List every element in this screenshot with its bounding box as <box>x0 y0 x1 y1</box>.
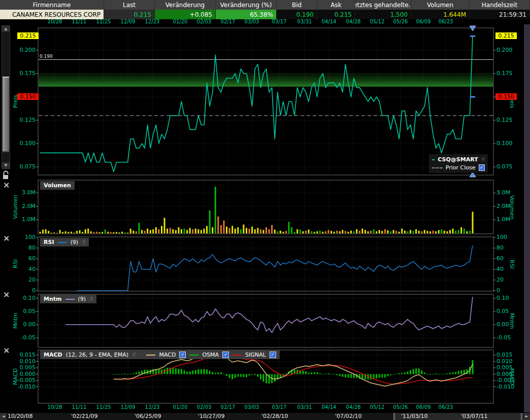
trade-tick-marker <box>470 36 475 37</box>
volume-y-tick-label: 1.0M <box>0 216 36 223</box>
accumulation-band <box>39 73 493 87</box>
scrollbar-date-label: '11/03/10 <box>401 413 427 419</box>
volume-y-tick-label: 2.0M <box>0 203 36 209</box>
price-y-tick-label: 0.175 <box>496 70 528 77</box>
osma-histogram <box>113 360 473 383</box>
top-date-axis: 10/2811/1111/2512/0912/2301/2002/0302/17… <box>0 19 530 25</box>
osma-visibility-checkbox[interactable]: ✓ <box>222 352 229 358</box>
x-axis-date-label: 03/03 <box>245 404 259 410</box>
scroll-up-button[interactable]: ▲ <box>2 26 10 32</box>
macd-visibility-checkbox[interactable]: ✓ <box>179 352 186 358</box>
price-y-tick-label: 0.200 <box>496 47 528 53</box>
hand-cursor-icon[interactable]: ☝ <box>481 156 485 163</box>
rsi-panel-title-label: RSI <box>44 239 54 246</box>
vertical-scrollbar[interactable]: ▲ ▼ <box>2 25 10 169</box>
x-axis-date-label: 02/03 <box>197 404 212 410</box>
x-axis-date-label: 03/03 <box>245 19 259 24</box>
volume-y-tick-label: 2.0M <box>496 203 528 209</box>
x-axis-date-label: 12/09 <box>121 404 136 410</box>
x-axis-date-label: 12/09 <box>121 19 136 24</box>
mntm-panel-border <box>38 294 493 347</box>
scrollbar-date-label: '10/27/09 <box>198 413 224 419</box>
x-axis-date-label: 05/26 <box>393 19 408 24</box>
x-axis-date-label: 01/20 <box>173 19 188 24</box>
volume-y-tick-label: 1.0M <box>496 216 528 223</box>
hand-cursor-icon[interactable]: ☝ <box>82 239 85 246</box>
trade-tick-marker <box>470 96 475 98</box>
x-axis-date-label: 02/17 <box>221 19 236 24</box>
mntm-y-tick-label: -0.05 <box>0 334 36 341</box>
prior-close-visibility-checkbox[interactable]: ✓ <box>479 164 485 171</box>
x-axis-date-label: 12/23 <box>145 404 160 410</box>
x-axis-date-label: 03/31 <box>297 404 312 410</box>
x-axis-date-label: 11/25 <box>96 19 111 24</box>
mntm-y-tick-label: -0.05 <box>496 334 528 341</box>
x-axis-date-label: 03/17 <box>272 19 287 24</box>
scrollbar-date-label: '06/25/09 <box>135 413 161 419</box>
mntm-y-tick-label: 0.05 <box>0 308 36 314</box>
rsi-y-tick-label: 60 <box>496 255 528 262</box>
signal-legend-label: SIGNAL <box>245 352 266 358</box>
volume-y-tick-label: 3.0M <box>0 189 36 196</box>
macd-params-label: (12, 26, 9 - EMA, EMA) <box>66 352 128 358</box>
volume-panel-border <box>38 180 493 234</box>
x-axis-date-label: 01/20 <box>173 404 188 410</box>
signal-visibility-checkbox[interactable]: ✓ <box>270 352 276 358</box>
x-axis-date-label: 04/14 <box>322 404 337 410</box>
x-axis-date-label: 02/17 <box>221 404 236 410</box>
symbol-label: CSQ@SMART <box>438 156 478 163</box>
macd-y-tick-label: 0.005 <box>496 364 528 371</box>
x-axis-date-label: 02/03 <box>197 19 212 24</box>
macd-line-sample <box>146 355 155 356</box>
macd-panel-title-label: MACD <box>44 352 62 358</box>
macd-y-tick-label: -0.010 <box>496 383 528 390</box>
macd-panel-title: MACD (12, 26, 9 - EMA, EMA) ☝ MACD ✓ OSM… <box>40 351 280 359</box>
price-y-tick-label: 0.125 <box>496 117 528 123</box>
bottom-date-axis: 10/2811/1111/2512/0912/2301/2002/0302/17… <box>0 404 530 410</box>
hand-cursor-icon[interactable]: ☝ <box>89 296 93 302</box>
scroll-right-button[interactable]: ► <box>523 413 530 420</box>
close-macd-panel-button[interactable]: × <box>3 347 10 354</box>
x-axis-date-label: 03/31 <box>297 19 312 24</box>
mntm-y-tick-label: 0.00 <box>496 321 528 328</box>
macd-y-tick-label: -0.005 <box>0 377 36 383</box>
x-axis-date-label: 11/11 <box>72 404 87 410</box>
prior-close-line-sample <box>432 167 443 168</box>
symbol-line-sample <box>432 159 435 160</box>
rsi-period-label: (9) <box>71 239 79 246</box>
horizontal-scrollbar[interactable]: ◄ ► 10/20/08'02/21/09'06/25/09'10/27/09'… <box>0 412 530 420</box>
signal-line-sample <box>233 355 242 356</box>
close-volume-panel-button[interactable]: × <box>3 182 10 189</box>
close-rsi-panel-button[interactable]: × <box>3 235 10 242</box>
scrollbar-date-label: '07/02/10 <box>335 413 361 419</box>
x-axis-date-label: 05/12 <box>370 19 385 24</box>
macd-y-tick-label: 0.005 <box>0 364 36 371</box>
osma-line-sample <box>189 355 198 356</box>
rsi-y-tick-label: 40 <box>496 266 528 272</box>
x-axis-date-label: 11/11 <box>72 19 87 24</box>
scrollbar-date-label: '03/07/11 <box>461 413 487 419</box>
scrollbar-date-label: '02/21/09 <box>71 413 97 419</box>
rsi-y-tick-label: 40 <box>0 266 36 272</box>
close-mntm-panel-button[interactable]: × <box>3 291 10 298</box>
x-axis-date-label: 10/28 <box>48 404 62 410</box>
prior-close-label: Prior Close <box>446 164 476 171</box>
scrollbar-date-label: '02/28/10 <box>261 413 288 419</box>
mntm-line-sample <box>65 299 75 300</box>
rsi-line <box>77 246 473 291</box>
price-legend: CSQ@SMART ☝ Prior Close ✓ <box>429 154 488 173</box>
rsi-y-tick-label: 0 <box>496 287 528 294</box>
x-axis-date-label: 11/25 <box>96 404 111 410</box>
x-axis-date-label: 05/26 <box>393 404 408 410</box>
scroll-down-button[interactable]: ▼ <box>2 162 10 168</box>
x-axis-date-label: 10/28 <box>48 19 62 24</box>
rsi-panel-border <box>38 237 493 291</box>
mntm-line <box>65 297 473 332</box>
scroll-left-button[interactable]: ◄ <box>0 413 7 420</box>
x-axis-date-label: 05/12 <box>370 404 385 410</box>
vertical-scrollbar-thumb[interactable] <box>3 77 9 152</box>
hand-cursor-icon[interactable]: ☝ <box>132 352 136 358</box>
rsi-y-tick-label: 80 <box>496 244 528 251</box>
price-tag-level: 0.150 <box>17 93 39 100</box>
macd-y-tick-label: -0.010 <box>0 383 36 390</box>
